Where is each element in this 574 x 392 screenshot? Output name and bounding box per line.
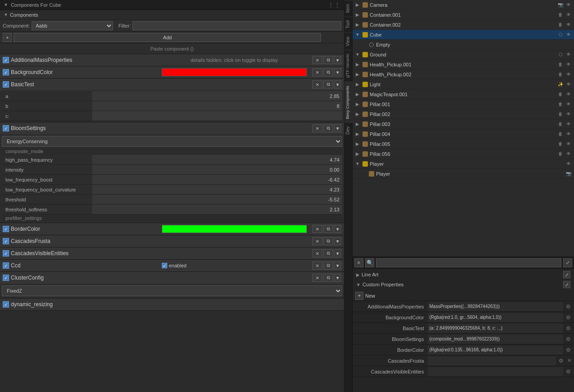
- sidebar-tab-gltf[interactable]: glTF-Variants: [344, 50, 353, 81]
- light-sparkle-btn[interactable]: ✨: [557, 81, 564, 88]
- health002-eye-btn[interactable]: 👁: [565, 71, 572, 78]
- prop-value-cascades-visible[interactable]: [428, 367, 563, 376]
- prop-gear-cascades-visible[interactable]: ⚙: [564, 369, 572, 375]
- camera-eye-btn[interactable]: 👁: [565, 1, 572, 9]
- component-select[interactable]: Aabb: [32, 21, 113, 30]
- tree-expand-pillar004[interactable]: ▶: [354, 131, 361, 137]
- sidebar-tab-dev[interactable]: Dev: [344, 122, 353, 138]
- prop-value-bloom-settings[interactable]: (composite_mod...999876022339)): [428, 335, 563, 344]
- field-c-value[interactable]: [92, 111, 342, 121]
- tree-item-player-child[interactable]: ▶ Player 📷: [353, 169, 574, 179]
- bottom-search-icon-btn[interactable]: 🔍: [365, 258, 374, 267]
- tree-expand-cube[interactable]: ▼: [354, 32, 361, 38]
- comp-copy-btn-cascadesfrusta[interactable]: ⧉: [323, 237, 333, 245]
- prop-gear-border-color[interactable]: ⚙: [564, 347, 572, 353]
- tree-expand-container001[interactable]: ▶: [354, 12, 361, 18]
- comp-checkbox-basictest[interactable]: [3, 81, 9, 88]
- prop-gear-basic-test[interactable]: ⚙: [564, 325, 572, 331]
- field-intensity-value[interactable]: [92, 165, 342, 174]
- paste-row[interactable]: Paste component (): [0, 43, 344, 54]
- cube-eye-btn[interactable]: 👁: [565, 31, 572, 38]
- tree-expand-light[interactable]: ▶: [354, 81, 361, 88]
- bordercolor-swatch[interactable]: [162, 225, 307, 233]
- tree-item-ground[interactable]: ▼ Ground ⬡ 👁: [353, 50, 574, 60]
- pillar003-trash-btn[interactable]: 🗑: [557, 121, 564, 128]
- tree-expand-player-child[interactable]: ▶: [361, 171, 367, 177]
- field-lfb-value[interactable]: [92, 175, 342, 184]
- prop-gear-background-color[interactable]: ⚙: [564, 314, 572, 321]
- comp-dropdown-btn-basictest[interactable]: ▼: [334, 80, 341, 89]
- tree-item-cube[interactable]: ▼ Cube ⬡ 👁: [353, 30, 574, 40]
- comp-x-btn-bloom[interactable]: ✕: [312, 124, 322, 132]
- ground-eye-btn[interactable]: 👁: [565, 51, 572, 58]
- comp-x-btn[interactable]: ✕: [312, 56, 322, 64]
- tree-expand-player[interactable]: ▼: [354, 161, 361, 167]
- prop-gear-bloom-settings[interactable]: ⚙: [564, 336, 572, 342]
- comp-dropdown-btn-cascadesvisible[interactable]: ▼: [334, 249, 341, 257]
- add-button[interactable]: Add: [14, 33, 321, 42]
- container002-trash-btn[interactable]: 🗑: [557, 21, 564, 28]
- tree-item-pillar056[interactable]: ▶ Pillar.056 🗑 👁: [353, 149, 574, 159]
- collapse-arrow[interactable]: ▼: [4, 2, 8, 7]
- comp-x-btn-bgcolor[interactable]: ✕: [312, 68, 322, 76]
- tree-item-container002[interactable]: ▶ Container.002 🗑 👁: [353, 20, 574, 30]
- comp-x-btn-basictest[interactable]: ✕: [312, 80, 322, 89]
- comp-dropdown-btn-clusterconfig[interactable]: ▼: [334, 274, 341, 282]
- tree-item-container001[interactable]: ▶ Container.001 🗑 👁: [353, 10, 574, 20]
- health001-eye-btn[interactable]: 👁: [565, 61, 572, 68]
- new-prop-plus-btn[interactable]: +: [355, 292, 363, 300]
- player-child-camera-btn[interactable]: 📷: [565, 170, 572, 177]
- cube-filter-btn[interactable]: ⬡: [557, 31, 564, 38]
- field-a-value[interactable]: [92, 91, 342, 101]
- sidebar-tab-view[interactable]: View: [344, 33, 353, 50]
- pillar056-trash-btn[interactable]: 🗑: [557, 150, 564, 158]
- plus-button[interactable]: +: [3, 33, 12, 42]
- comp-copy-btn-bgcolor[interactable]: ⧉: [323, 68, 333, 76]
- tree-item-light[interactable]: ▶ Light ✨ 👁: [353, 79, 574, 89]
- tree-expand-pillar003[interactable]: ▶: [354, 121, 361, 127]
- tree-expand-pillar002[interactable]: ▶: [354, 111, 361, 117]
- tree-item-pillar001[interactable]: ▶ Pillar.001 🗑 👁: [353, 99, 574, 109]
- cluster-mode-select[interactable]: FixedZ: [2, 285, 342, 296]
- pillar005-eye-btn[interactable]: 👁: [565, 140, 572, 148]
- tree-item-magicteapot[interactable]: ▶ MagicTeapot.001 🗑 👁: [353, 89, 574, 99]
- pillar003-eye-btn[interactable]: 👁: [565, 121, 572, 128]
- comp-checkbox-dynresizing[interactable]: [3, 301, 9, 308]
- light-eye-btn[interactable]: 👁: [565, 81, 572, 88]
- tree-expand-pillar005[interactable]: ▶: [354, 141, 361, 147]
- bloom-mode-select[interactable]: EnergyConserving Additive: [2, 136, 342, 147]
- enabled-checkbox[interactable]: [162, 263, 167, 268]
- camera-icon-btn[interactable]: 📷: [557, 1, 564, 9]
- pillar001-trash-btn[interactable]: 🗑: [557, 101, 564, 108]
- comp-x-btn-bordercolor[interactable]: ✕: [312, 225, 322, 233]
- comp-checkbox-cascadesvisible[interactable]: [3, 250, 9, 257]
- comp-copy-btn-ccd[interactable]: ⧉: [323, 261, 333, 270]
- pillar002-eye-btn[interactable]: 👁: [565, 111, 572, 118]
- tree-item-health002[interactable]: ▶ Health_Pickup.002 🗑 👁: [353, 70, 574, 79]
- tree-expand-health001[interactable]: ▶: [354, 61, 361, 68]
- sidebar-tab-bevy[interactable]: Bevy Components: [344, 82, 353, 123]
- filter-input[interactable]: [132, 21, 341, 30]
- tree-expand-pillar001[interactable]: ▶: [354, 101, 361, 107]
- comp-copy-btn-bloom[interactable]: ⧉: [323, 124, 333, 132]
- panel-menu-icon[interactable]: ⋮⋮: [328, 1, 340, 9]
- bottom-expand-btn[interactable]: ⤢: [563, 258, 572, 267]
- comp-copy-btn-bordercolor[interactable]: ⧉: [323, 225, 333, 233]
- prop-x-cascades-frusta[interactable]: ✕: [566, 358, 572, 364]
- container001-eye-btn[interactable]: 👁: [565, 11, 572, 19]
- magicteapot-eye-btn[interactable]: 👁: [565, 91, 572, 98]
- sidebar-tab-item[interactable]: Item: [344, 0, 353, 16]
- line-art-expand-btn[interactable]: ⤢: [563, 271, 570, 278]
- tree-expand-empty[interactable]: ▶: [361, 42, 367, 48]
- tree-item-pillar004[interactable]: ▶ Pillar.004 🗑 👁: [353, 129, 574, 139]
- field-threshold-value[interactable]: [92, 195, 342, 204]
- tree-expand-container002[interactable]: ▶: [354, 22, 361, 28]
- comp-x-btn-clusterconfig[interactable]: ✕: [312, 274, 322, 282]
- tree-expand-camera[interactable]: ▶: [354, 2, 361, 8]
- prop-value-basic-test[interactable]: (a: 2.8499999046325684, b: 8, c: ...): [428, 324, 563, 333]
- magicteapot-trash-btn[interactable]: 🗑: [557, 91, 564, 98]
- comp-dropdown-btn-bloom[interactable]: ▼: [334, 124, 341, 132]
- comp-checkbox-bgcolor[interactable]: [3, 69, 9, 75]
- comp-copy-btn[interactable]: ⧉: [323, 56, 333, 64]
- comp-checkbox-clusterconfig[interactable]: [3, 275, 9, 281]
